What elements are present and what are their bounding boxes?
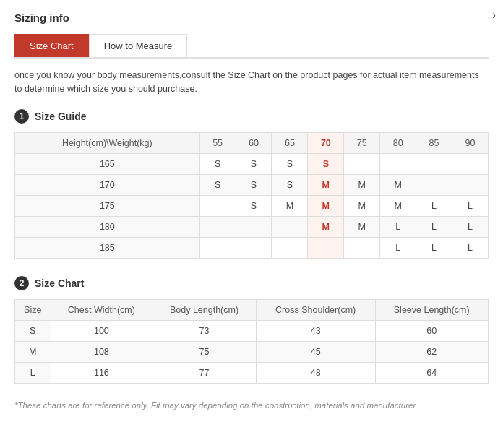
- cell-value: M: [380, 195, 416, 216]
- table-row: 180MMLLL: [15, 216, 489, 237]
- table-row: 170SSSMMM: [15, 174, 489, 195]
- cell-value: [236, 237, 272, 258]
- col-body-length: Body Length(cm): [152, 299, 257, 320]
- table-row: S100734360: [15, 320, 489, 341]
- cell-value: [199, 195, 236, 216]
- cell-value: L: [452, 195, 489, 216]
- cell-value: S: [199, 174, 236, 195]
- row-height: 165: [15, 153, 200, 174]
- cell-value: S: [236, 195, 272, 216]
- cell-value: S: [236, 153, 272, 174]
- section2-title-text: Size Chart: [35, 277, 84, 289]
- page-title: Sizing info: [14, 12, 489, 24]
- col-height-weight: Height(cm)\Weight(kg): [15, 132, 200, 153]
- col-90: 90: [452, 132, 489, 153]
- size-guide-header-row: Height(cm)\Weight(kg) 55 60 65 70 75 80 …: [15, 132, 489, 153]
- cell-size: L: [15, 362, 51, 383]
- cell-value: [452, 174, 489, 195]
- cell-value: M: [308, 195, 344, 216]
- table-row: M108754562: [15, 341, 489, 362]
- col-sleeve-length: Sleeve Length(cm): [375, 299, 489, 320]
- size-guide-title: 1 Size Guide: [14, 109, 489, 124]
- cell-shoulder: 45: [256, 341, 375, 362]
- cell-body: 77: [152, 362, 257, 383]
- cell-value: S: [272, 153, 308, 174]
- col-65: 65: [272, 132, 308, 153]
- cell-value: [308, 237, 344, 258]
- tab-how-to-measure[interactable]: How to Measure: [89, 34, 188, 57]
- cell-sleeve: 62: [375, 341, 489, 362]
- cell-chest: 108: [51, 341, 152, 362]
- col-75: 75: [344, 132, 380, 153]
- cell-value: S: [236, 174, 272, 195]
- col-60: 60: [236, 132, 272, 153]
- col-80: 80: [380, 132, 416, 153]
- cell-shoulder: 43: [256, 320, 375, 341]
- close-button[interactable]: ›: [492, 9, 496, 22]
- row-height: 170: [15, 174, 200, 195]
- cell-value: [236, 216, 272, 237]
- row-height: 175: [15, 195, 200, 216]
- col-85: 85: [416, 132, 452, 153]
- cell-value: L: [416, 195, 452, 216]
- cell-value: L: [452, 237, 489, 258]
- cell-body: 75: [152, 341, 257, 362]
- cell-sleeve: 64: [375, 362, 489, 383]
- cell-value: S: [308, 153, 344, 174]
- cell-value: [380, 153, 416, 174]
- cell-value: S: [272, 174, 308, 195]
- cell-value: [199, 237, 236, 258]
- cell-chest: 100: [51, 320, 152, 341]
- size-guide-table: Height(cm)\Weight(kg) 55 60 65 70 75 80 …: [14, 132, 489, 259]
- section2-number: 2: [14, 276, 29, 290]
- cell-value: M: [344, 174, 380, 195]
- cell-value: [416, 153, 452, 174]
- table-row: 185LLL: [15, 237, 489, 258]
- cell-value: L: [452, 216, 489, 237]
- cell-value: [272, 216, 308, 237]
- cell-value: M: [380, 174, 416, 195]
- col-size: Size: [15, 299, 51, 320]
- size-chart-section: 2 Size Chart Size Chest Width(cm) Body L…: [14, 276, 489, 384]
- cell-body: 73: [152, 320, 257, 341]
- cell-value: L: [416, 216, 452, 237]
- tab-size-chart[interactable]: Size Chart: [14, 34, 89, 57]
- cell-value: [344, 237, 380, 258]
- cell-value: [199, 216, 236, 237]
- cell-sleeve: 60: [375, 320, 489, 341]
- cell-value: M: [272, 195, 308, 216]
- row-height: 180: [15, 216, 200, 237]
- table-row: 175SMMMMLL: [15, 195, 489, 216]
- cell-value: M: [308, 174, 344, 195]
- section1-title-text: Size Guide: [35, 111, 87, 122]
- description-text: once you know your body measurements,con…: [14, 69, 489, 96]
- col-cross-shoulder: Cross Shoulder(cm): [256, 299, 375, 320]
- cell-value: [272, 237, 308, 258]
- cell-chest: 116: [51, 362, 152, 383]
- cell-value: L: [380, 237, 416, 258]
- table-row: 165SSSS: [15, 153, 489, 174]
- cell-value: [452, 153, 489, 174]
- cell-value: L: [416, 237, 452, 258]
- section1-number: 1: [14, 109, 29, 124]
- cell-value: M: [344, 216, 380, 237]
- col-55: 55: [199, 132, 236, 153]
- col-chest-width: Chest Width(cm): [51, 299, 152, 320]
- cell-value: [416, 174, 452, 195]
- row-height: 185: [15, 237, 200, 258]
- cell-shoulder: 48: [256, 362, 375, 383]
- table-row: L116774864: [15, 362, 489, 383]
- cell-value: L: [380, 216, 416, 237]
- footnote-text: *These charts are for reference only. Fi…: [14, 401, 489, 410]
- size-chart-title: 2 Size Chart: [14, 276, 489, 290]
- tabs-container: Size Chart How to Measure: [14, 34, 489, 59]
- cell-size: S: [15, 320, 51, 341]
- cell-value: S: [199, 153, 236, 174]
- cell-value: [344, 153, 380, 174]
- col-70: 70: [308, 132, 344, 153]
- cell-value: M: [344, 195, 380, 216]
- size-chart-header-row: Size Chest Width(cm) Body Length(cm) Cro…: [15, 299, 489, 320]
- cell-size: M: [15, 341, 51, 362]
- size-chart-table: Size Chest Width(cm) Body Length(cm) Cro…: [14, 299, 489, 384]
- size-guide-section: 1 Size Guide Height(cm)\Weight(kg) 55 60…: [14, 109, 489, 259]
